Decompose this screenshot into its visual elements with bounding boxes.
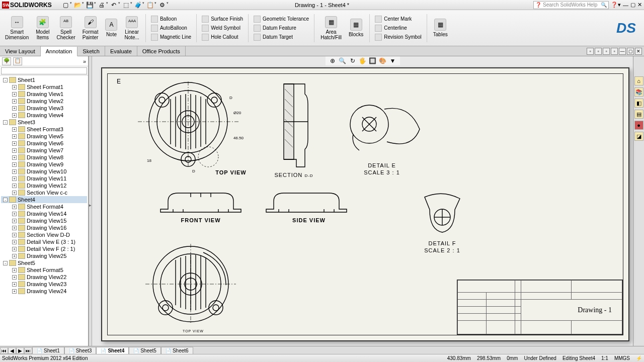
taskpane-home-icon[interactable]: ⌂	[634, 76, 643, 85]
tree-expand-icon[interactable]: +	[12, 247, 17, 251]
mdi-btn-4[interactable]: ▫	[611, 48, 618, 55]
maximize-button[interactable]: ▢	[630, 2, 635, 8]
tree-expand-icon[interactable]: -	[3, 198, 8, 202]
qat-dd-7[interactable]: ▾	[154, 1, 156, 9]
tree-item-drawing-view23[interactable]: +Drawing View23	[1, 281, 87, 288]
tree-item-sheet-format1[interactable]: +Sheet Format1	[1, 83, 87, 90]
view-tool-2[interactable]: ↻	[349, 57, 357, 65]
view-tool-1[interactable]: 🔍	[339, 57, 347, 65]
drawing-view-detail-f[interactable]: DETAIL FSCALE 2 : 1	[415, 190, 470, 255]
fm-collapse-icon[interactable]: »	[83, 58, 86, 64]
tree-expand-icon[interactable]: -	[3, 120, 8, 125]
ribbon-hatch-0[interactable]: ▦AreaHatch/Fill	[318, 12, 344, 44]
sheet-tab-sheet6[interactable]: 📄Sheet6	[161, 347, 193, 354]
ribbon-center-2[interactable]: Revision Symbol	[374, 33, 422, 41]
mdi-btn-2[interactable]: ▫	[595, 48, 602, 55]
taskpane-appearance-icon[interactable]: ●	[634, 121, 643, 130]
tree-expand-icon[interactable]: +	[12, 141, 17, 146]
tree-expand-icon[interactable]: +	[12, 191, 17, 195]
tab-sketch[interactable]: Sketch	[77, 46, 105, 56]
tab-view-layout[interactable]: View Layout	[0, 46, 41, 56]
mdi-max[interactable]: ▢	[627, 48, 634, 55]
tree-item-drawing-view16[interactable]: +Drawing View16	[1, 224, 87, 231]
tab-annotation[interactable]: Annotation	[41, 47, 78, 56]
tree-item-drawing-view10[interactable]: +Drawing View10	[1, 168, 87, 175]
minimize-button[interactable]: —	[623, 2, 628, 8]
ribbon-surface-0[interactable]: Surface Finish	[201, 15, 244, 23]
tree-item-section-view-d-d[interactable]: +Section View D-D	[1, 231, 87, 238]
sheet-nav-prev[interactable]: ◀	[8, 347, 16, 354]
tree-expand-icon[interactable]: +	[12, 212, 17, 216]
taskpane-custom-icon[interactable]: ◪	[634, 132, 643, 141]
qat-btn-3[interactable]: 🖨	[98, 1, 106, 9]
tree-expand-icon[interactable]: +	[12, 99, 17, 104]
view-tool-4[interactable]: 🔲	[369, 57, 377, 65]
ribbon-balloon-0[interactable]: Balloon	[150, 15, 192, 23]
tree-expand-icon[interactable]: +	[12, 92, 17, 97]
tree-expand-icon[interactable]: +	[12, 184, 17, 188]
qat-dd-5[interactable]: ▾	[130, 1, 132, 9]
tree-expand-icon[interactable]: +	[12, 106, 17, 111]
fm-tab-tree[interactable]: 🌳	[2, 57, 11, 65]
drawing-view-top[interactable]: 18 Ø20 46.50 D D TOP VIEW	[133, 79, 244, 174]
tree-item-drawing-view6[interactable]: +Drawing View6	[1, 140, 87, 147]
tree-item-drawing-view11[interactable]: +Drawing View11	[1, 175, 87, 182]
tree-item-drawing-view3[interactable]: +Drawing View3	[1, 105, 87, 112]
feature-tree[interactable]: -Sheet1+Sheet Format1+Drawing View1+Draw…	[0, 75, 88, 348]
tab-evaluate[interactable]: Evaluate	[105, 46, 137, 56]
search-icon[interactable]: 🔍	[601, 2, 607, 8]
tree-expand-icon[interactable]: +	[12, 289, 17, 294]
view-tool-0[interactable]: ⊕	[329, 57, 337, 65]
tree-expand-icon[interactable]: +	[12, 205, 17, 209]
qat-btn-8[interactable]: ⚙	[158, 1, 166, 9]
drawing-view-section[interactable]: SECTION D-D	[269, 79, 319, 177]
mdi-close[interactable]: ✕	[635, 48, 642, 55]
taskpane-palette-icon[interactable]: ▤	[634, 110, 643, 119]
mdi-btn-1[interactable]: ▫	[587, 48, 594, 55]
tree-expand-icon[interactable]: +	[12, 155, 17, 160]
tree-expand-icon[interactable]: +	[12, 282, 17, 287]
fm-tab-prop[interactable]: 📋	[13, 57, 22, 65]
qat-btn-7[interactable]: 📋	[146, 1, 154, 9]
tree-expand-icon[interactable]: +	[12, 85, 17, 89]
qat-dd-8[interactable]: ▾	[167, 1, 169, 9]
tree-item-sheet3[interactable]: -Sheet3	[1, 119, 87, 126]
drawing-view-side[interactable]: SIDE VIEW	[261, 187, 352, 227]
ribbon-surface-2[interactable]: Hole Callout	[201, 33, 244, 41]
taskpane-resources-icon[interactable]: 📚	[634, 87, 643, 97]
tree-expand-icon[interactable]: +	[12, 127, 17, 132]
tree-expand-icon[interactable]: +	[12, 113, 17, 118]
tree-item-sheet5[interactable]: -Sheet5	[1, 259, 87, 266]
tab-office-products[interactable]: Office Products	[137, 46, 186, 56]
tree-item-sheet-format4[interactable]: +Sheet Format4	[1, 203, 87, 210]
qat-btn-6[interactable]: 🧳	[134, 1, 142, 9]
drawing-view-front[interactable]: FRONT VIEW	[155, 187, 246, 227]
ribbon-surface-1[interactable]: Weld Symbol	[201, 24, 244, 32]
tree-expand-icon[interactable]: +	[12, 169, 17, 174]
tree-item-drawing-view8[interactable]: +Drawing View8	[1, 154, 87, 161]
view-tool-3[interactable]: 🖐	[359, 57, 367, 65]
tree-item-drawing-view25[interactable]: +Drawing View25	[1, 252, 87, 259]
tree-item-drawing-view12[interactable]: +Drawing View12	[1, 182, 87, 189]
qat-btn-5[interactable]: ⬚	[122, 1, 130, 9]
help-search[interactable]: ❓ Search SolidWorks Help 🔍	[533, 1, 609, 9]
graphics-area[interactable]: ⊕🔍↻🖐🔲🎨▼ E	[92, 56, 633, 354]
tree-expand-icon[interactable]: +	[12, 219, 17, 223]
close-button[interactable]: ✕	[637, 2, 642, 8]
ribbon-tables-0[interactable]: ▦Tables	[431, 12, 450, 44]
taskpane-design-icon[interactable]: ◧	[634, 99, 643, 108]
qat-dd-0[interactable]: ▾	[70, 1, 72, 9]
tree-item-drawing-view9[interactable]: +Drawing View9	[1, 161, 87, 168]
ribbon-balloon-1[interactable]: AutoBalloon	[150, 24, 192, 32]
tree-item-drawing-view24[interactable]: +Drawing View24	[1, 288, 87, 295]
tree-item-drawing-view7[interactable]: +Drawing View7	[1, 147, 87, 154]
tree-expand-icon[interactable]: +	[12, 268, 17, 273]
qat-dd-2[interactable]: ▾	[94, 1, 96, 9]
ribbon-big-0[interactable]: ↔SmartDimension	[3, 12, 31, 44]
tree-expand-icon[interactable]: +	[12, 162, 17, 167]
tree-item-drawing-view2[interactable]: +Drawing View2	[1, 98, 87, 105]
tree-expand-icon[interactable]: +	[12, 240, 17, 244]
ribbon-datum-2[interactable]: Datum Target	[253, 33, 310, 41]
tree-item-detail-view-f--2---1-[interactable]: +Detail View F (2 : 1)	[1, 245, 87, 252]
tree-expand-icon[interactable]: +	[12, 275, 17, 280]
